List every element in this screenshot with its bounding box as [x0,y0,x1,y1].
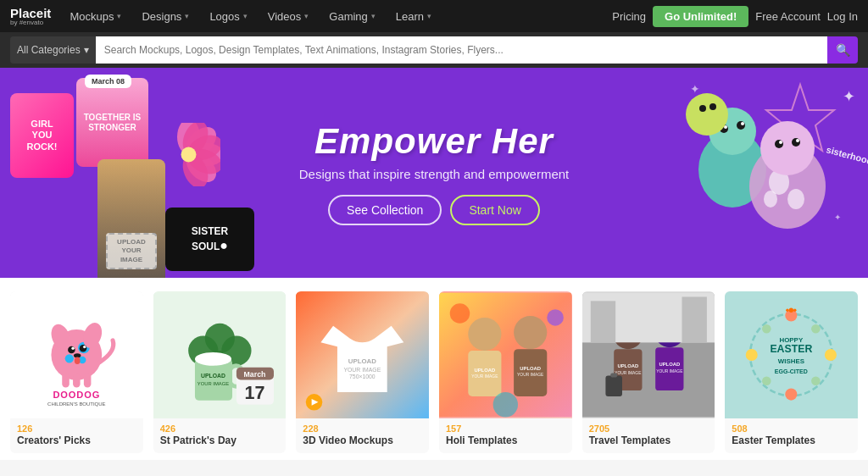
svg-point-20 [760,121,815,175]
nav-gaming[interactable]: Gaming ▾ [320,0,384,32]
chevron-icon: ▾ [427,12,431,20]
product-card-travel[interactable]: UPLOAD YOUR IMAGE UPLOAD YOUR IMAGE 270 [582,291,715,453]
logo-sub: by #envato [10,19,51,26]
travel-info: 2705 Travel Templates [582,418,715,453]
holi-thumbnail: UPLOAD YOUR IMAGE UPLOAD YOUR IMAGE [439,291,572,418]
svg-point-22 [792,138,800,147]
svg-point-8 [181,147,197,163]
svg-text:YOUR IMAGE: YOUR IMAGE [656,369,683,374]
upload-placeholder-model: UPLOAD YOUR IMAGE [106,233,157,269]
svg-text:DOODOG: DOODOG [53,390,100,400]
svg-point-40 [71,347,74,350]
search-input-wrapper [96,36,827,64]
svg-rect-82 [582,342,715,417]
svg-text:17: 17 [244,383,264,403]
category-dropdown[interactable]: All Categories ▾ [10,36,96,64]
svg-text:March: March [243,370,265,379]
pricing-link[interactable]: Pricing [612,10,646,23]
svg-rect-71 [468,351,501,396]
nav-logos[interactable]: Logos ▾ [201,0,255,32]
see-collection-button[interactable]: See Collection [328,195,442,225]
search-bar: All Categories ▾ 🔍 [0,32,868,68]
svg-text:UPLOAD: UPLOAD [201,373,225,379]
logo[interactable]: Placeit by #envato [10,7,51,26]
stpatrick-count: 426 [160,423,280,434]
creators-info: 126 Creators' Picks [10,418,143,453]
svg-text:CHILDREN'S BOUTIQUE: CHILDREN'S BOUTIQUE [47,401,105,407]
chevron-icon: ▾ [185,12,189,20]
svg-rect-88 [610,374,617,378]
svg-point-110 [789,308,793,313]
go-unlimited-button[interactable]: Go Unlimited! [653,6,748,27]
svg-point-24 [796,139,799,142]
hero-subtitle: Designs that inspire strength and empowe… [299,167,570,181]
svg-text:YOUR IMAGE: YOUR IMAGE [517,373,544,377]
3dvideo-info: 228 3D Video Mockups [296,418,429,453]
together-stronger-text: TOGETHER IS STRONGER [81,113,143,133]
svg-point-34 [65,354,74,363]
free-account-link[interactable]: Free Account [755,10,821,23]
svg-rect-87 [605,375,622,396]
svg-point-79 [547,309,564,326]
svg-point-111 [787,308,790,312]
svg-point-101 [825,349,837,361]
nav-learn[interactable]: Learn ▾ [387,0,440,32]
svg-text:✦: ✦ [834,213,841,222]
svg-point-41 [83,346,86,348]
travel-count: 2705 [589,423,709,434]
3dvideo-name: 3D Video Mockups [303,434,422,446]
product-card-holi[interactable]: UPLOAD YOUR IMAGE UPLOAD YOUR IMAGE 157 … [439,291,572,453]
svg-rect-94 [590,301,615,342]
svg-point-102 [762,324,771,334]
sister-soul-card: SISTERSOUL● [165,208,254,271]
log-in-link[interactable]: Log In [827,10,858,23]
svg-rect-45 [73,373,81,387]
product-card-creators[interactable]: DOODOG CHILDREN'S BOUTIQUE 126 Creators'… [10,291,143,453]
easter-count: 508 [732,423,851,434]
svg-point-56 [195,352,231,366]
svg-point-21 [775,140,783,148]
nav-videos[interactable]: Videos ▾ [259,0,318,32]
product-card-stpatrick[interactable]: UPLOAD YOUR IMAGE March 17 426 St Patric… [153,291,287,453]
creators-count: 126 [17,423,136,434]
svg-point-78 [450,303,470,323]
svg-text:✦: ✦ [843,88,855,105]
product-card-3dvideo[interactable]: UPLOAD YOUR IMAGE 750×1000 228 3D Video … [296,291,429,453]
svg-point-27 [709,103,716,110]
svg-point-74 [514,316,547,349]
svg-point-19 [764,191,777,208]
together-stronger-card: TOGETHER IS STRONGER [76,78,148,167]
svg-point-100 [746,349,758,361]
svg-point-18 [787,189,804,209]
easter-info: 508 Easter Templates [725,418,858,453]
svg-text:UPLOAD: UPLOAD [474,368,495,373]
products-grid: DOODOG CHILDREN'S BOUTIQUE 126 Creators'… [10,291,858,453]
model-card: UPLOAD YOUR IMAGE [97,159,165,278]
svg-text:WISHES: WISHES [778,357,804,365]
hero-banner: March 08 GIRLYOUROCK! TOGETHER IS STRONG… [0,68,868,278]
hero-center-content: Empower Her Designs that inspire strengt… [299,121,570,225]
nav-designs[interactable]: Designs ▾ [133,0,198,32]
svg-point-112 [793,308,797,312]
travel-name: Travel Templates [589,434,709,446]
search-button[interactable]: 🔍 [827,36,858,64]
easter-name: Easter Templates [732,434,851,446]
svg-point-103 [811,324,821,334]
svg-point-80 [493,392,518,417]
svg-text:UPLOAD: UPLOAD [659,362,680,367]
svg-point-104 [762,376,771,385]
hero-left-decoration: March 08 GIRLYOUROCK! TOGETHER IS STRONG… [0,68,280,278]
chevron-icon: ▾ [243,12,248,20]
search-input[interactable] [96,36,827,64]
search-icon: 🔍 [836,43,850,57]
holi-name: Holi Templates [446,434,565,446]
nav-mockups[interactable]: Mockups ▾ [61,0,130,32]
svg-point-13 [737,121,745,130]
start-now-button[interactable]: Start Now [450,195,539,225]
svg-text:EGG-CITED: EGG-CITED [775,368,808,374]
product-card-easter[interactable]: HOPPY EASTER WISHES EGG-CITED 508 Easter… [725,291,858,453]
creators-name: Creators' Picks [17,434,136,446]
svg-text:UPLOAD: UPLOAD [348,357,376,365]
svg-text:✦: ✦ [690,82,700,96]
svg-text:YOUR IMAGE: YOUR IMAGE [197,381,229,386]
